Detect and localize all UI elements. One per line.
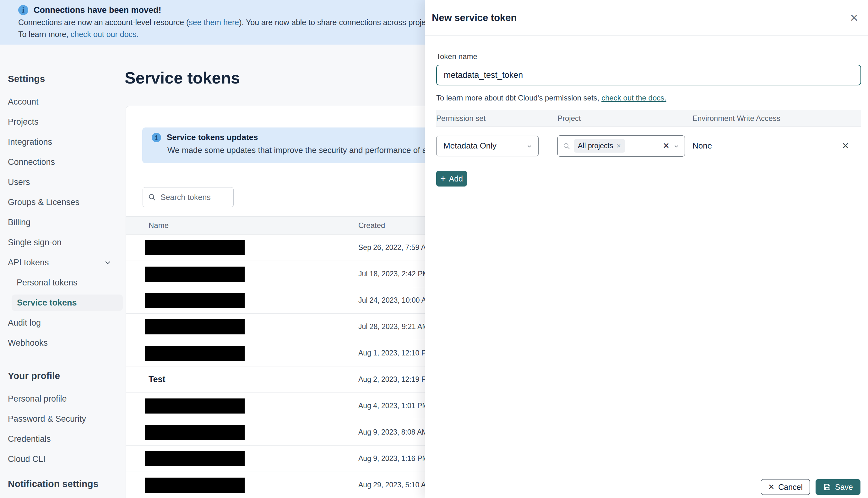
sidebar-item-audit-log[interactable]: Audit log (8, 313, 123, 333)
chevron-down-icon (673, 143, 680, 149)
sidebar-item-cloud-cli[interactable]: Cloud CLI (8, 449, 123, 469)
chevron-down-icon (104, 259, 111, 266)
check-out-docs-link[interactable]: check out the docs. (601, 94, 666, 102)
drawer-header: New service token ✕ (425, 0, 868, 36)
info-icon: i (18, 5, 28, 15)
redacted-name-block (145, 319, 245, 335)
drawer-footer: ✕ Cancel Save (425, 476, 868, 498)
search-tokens-box[interactable] (143, 187, 234, 207)
cancel-button[interactable]: ✕ Cancel (761, 479, 810, 495)
redacted-name-block (145, 398, 245, 414)
check-docs-link[interactable]: check out our docs. (71, 30, 139, 39)
token-created: Jul 28, 2023, 9:21 AM P (358, 323, 435, 331)
sidebar-item-api-tokens[interactable]: API tokens (8, 252, 111, 273)
column-header-project: Project (557, 114, 693, 123)
redacted-name-block (145, 266, 245, 281)
plus-icon: + (440, 174, 446, 183)
chip-remove-icon[interactable]: ✕ (616, 143, 621, 149)
sidebar-item-projects[interactable]: Projects (8, 112, 123, 132)
column-header-permission-set: Permission set (436, 114, 557, 123)
save-button[interactable]: Save (816, 479, 860, 495)
remove-row-icon[interactable]: ✕ (842, 141, 849, 151)
drawer-title: New service token (432, 12, 517, 24)
info-icon: i (152, 133, 161, 142)
token-name-label: Token name (436, 52, 861, 61)
redacted-name-block (145, 240, 245, 255)
sidebar-item-account[interactable]: Account (8, 92, 123, 112)
token-name-input[interactable]: metadata_test_token (436, 65, 861, 86)
permission-docs-note: To learn more about dbt Cloud's permissi… (436, 94, 861, 102)
sidebar-item-service-tokens[interactable]: Service tokens (12, 294, 123, 311)
new-service-token-drawer: New service token ✕ Token name metadata_… (425, 0, 868, 498)
sidebar-your-profile-header: Your profile (8, 370, 123, 381)
project-chip-label: All projects (578, 142, 613, 150)
sidebar-item-groups-licenses[interactable]: Groups & Licenses (8, 192, 123, 212)
close-icon[interactable]: ✕ (850, 13, 859, 23)
add-permission-button[interactable]: + Add (436, 171, 467, 186)
column-header-name: Name (126, 221, 358, 230)
drawer-body: Token name metadata_test_token To learn … (425, 36, 868, 186)
sidebar-item-credentials[interactable]: Credentials (8, 429, 123, 449)
project-chip: All projects ✕ (574, 139, 625, 153)
permission-set-select[interactable]: Metadata Only (436, 136, 539, 156)
see-them-here-link[interactable]: see them here (189, 18, 239, 27)
environment-write-access-value: None (693, 141, 812, 151)
close-icon: ✕ (768, 483, 774, 491)
redacted-name-block (145, 477, 245, 493)
redacted-name-block (145, 425, 245, 440)
sidebar-item-personal-tokens[interactable]: Personal tokens (8, 273, 123, 293)
settings-sidebar: Settings Account Projects Integrations C… (8, 44, 123, 497)
token-created: Jul 24, 2023, 10:00 AM (358, 296, 432, 304)
project-multiselect[interactable]: All projects ✕ ✕ (557, 135, 685, 157)
sidebar-item-personal-profile[interactable]: Personal profile (8, 389, 123, 409)
sidebar-item-integrations[interactable]: Integrations (8, 132, 123, 152)
permissions-table-header: Permission set Project Environment Write… (436, 110, 861, 127)
clear-selection-icon[interactable]: ✕ (662, 141, 670, 151)
chevron-down-icon (526, 143, 532, 149)
notice-title: Service tokens updates (167, 132, 258, 142)
sidebar-item-users[interactable]: Users (8, 172, 123, 192)
permission-row: Metadata Only All projects ✕ ✕ None ✕ (436, 127, 861, 165)
save-icon (823, 483, 831, 491)
column-header-env-write-access: Environment Write Access (693, 114, 861, 123)
redacted-name-block (145, 346, 245, 361)
sidebar-item-connections[interactable]: Connections (8, 152, 123, 172)
token-name-value: metadata_test_token (444, 70, 523, 80)
sidebar-item-webhooks[interactable]: Webhooks (8, 333, 123, 353)
search-icon (148, 193, 156, 201)
redacted-name-block (145, 293, 245, 308)
page-title: Service tokens (125, 68, 240, 87)
column-header-created: Created (358, 221, 385, 230)
token-name: Test (145, 375, 166, 384)
search-icon (563, 142, 570, 150)
banner-title: Connections have been moved! (34, 5, 161, 15)
permission-set-value: Metadata Only (444, 141, 497, 151)
redacted-name-block (145, 451, 245, 466)
sidebar-item-single-sign-on[interactable]: Single sign-on (8, 232, 123, 252)
token-created: Jul 18, 2023, 2:42 PM P (358, 270, 436, 278)
search-input[interactable] (160, 193, 223, 202)
sidebar-notification-settings-header: Notification settings (8, 479, 123, 489)
sidebar-item-billing[interactable]: Billing (8, 212, 123, 232)
sidebar-item-password-security[interactable]: Password & Security (8, 409, 123, 429)
sidebar-settings-header: Settings (8, 74, 123, 84)
